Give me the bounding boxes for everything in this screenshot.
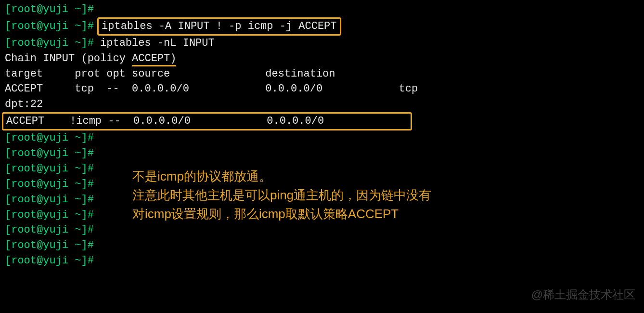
highlighted-command: iptables -A INPUT ! -p icmp -j ACCEPT: [97, 17, 341, 36]
shell-prompt: [root@yuji ~]#: [5, 224, 94, 236]
shell-prompt: [root@yuji ~]#: [5, 147, 94, 159]
output-table-row: ACCEPT tcp -- 0.0.0.0/0 0.0.0.0/0 tcp: [5, 81, 639, 97]
annotation-text: 不是icmp的协议都放通。 注意此时其他主机是可以ping通主机的，因为链中没有…: [132, 167, 638, 223]
terminal-line: [root@yuji ~]#: [5, 253, 639, 269]
policy-underlined: ACCEPT): [132, 52, 176, 66]
shell-prompt: [root@yuji ~]#: [5, 132, 94, 144]
terminal-line: [root@yuji ~]#: [5, 238, 639, 253]
command-text[interactable]: iptables -A INPUT ! -p icmp -j ACCEPT: [102, 20, 336, 32]
shell-prompt: [root@yuji ~]#: [5, 255, 94, 267]
shell-prompt: [root@yuji ~]#: [5, 37, 94, 49]
shell-prompt: [root@yuji ~]#: [5, 239, 94, 251]
shell-prompt: [root@yuji ~]#: [5, 163, 94, 175]
terminal-line: [root@yuji ~]# iptables -A INPUT ! -p ic…: [5, 17, 639, 36]
command-text[interactable]: iptables -nL INPUT: [100, 37, 215, 49]
terminal-line: [root@yuji ~]#: [5, 222, 639, 238]
shell-prompt: [root@yuji ~]#: [5, 3, 94, 15]
terminal-line: [root@yuji ~]#: [5, 146, 639, 161]
shell-prompt: [root@yuji ~]#: [5, 194, 94, 206]
output-table-row: ACCEPT !icmp -- 0.0.0.0/0 0.0.0.0/0: [6, 114, 408, 129]
shell-prompt: [root@yuji ~]#: [5, 209, 94, 221]
output-table-header: target prot opt source destination: [5, 66, 639, 82]
terminal-line: [root@yuji ~]# iptables -nL INPUT: [5, 36, 639, 51]
shell-prompt: [root@yuji ~]#: [5, 178, 94, 190]
terminal-line: [root@yuji ~]#: [5, 130, 639, 146]
highlighted-rule-row: ACCEPT !icmp -- 0.0.0.0/0 0.0.0.0/0: [2, 112, 412, 130]
output-chain-header: Chain INPUT (policy ACCEPT): [5, 51, 639, 66]
watermark: @稀土掘金技术社区: [531, 287, 635, 303]
output-table-row: dpt:22: [5, 97, 639, 112]
shell-prompt: [root@yuji ~]#: [5, 20, 94, 32]
terminal-line: [root@yuji ~]#: [5, 2, 639, 17]
